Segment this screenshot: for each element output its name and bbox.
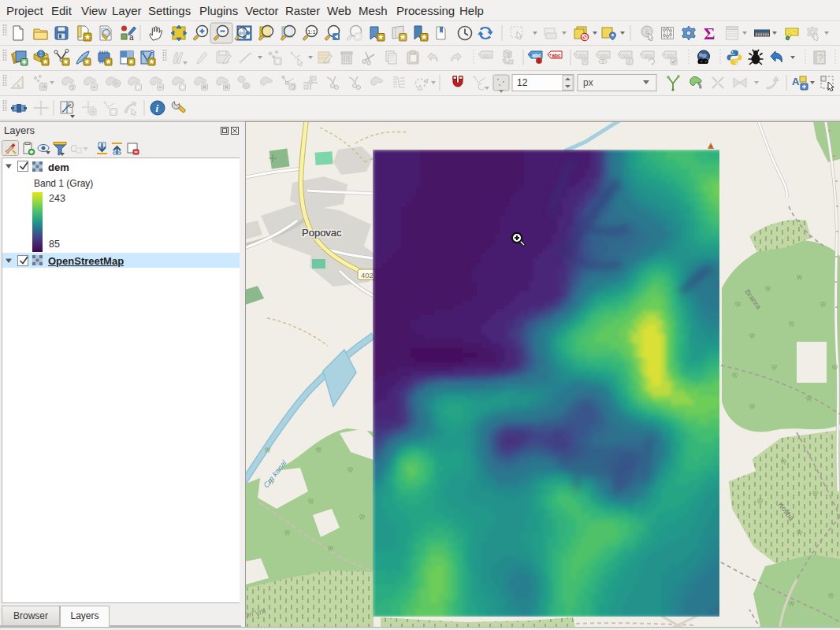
svg-text:abc: abc bbox=[667, 53, 676, 58]
svg-text:abc: abc bbox=[533, 53, 542, 58]
svg-text:A: A bbox=[792, 76, 800, 87]
svg-text:abc: abc bbox=[645, 53, 654, 58]
svg-text:abc: abc bbox=[483, 53, 492, 58]
svg-text:i: i bbox=[645, 27, 648, 36]
svg-text:402: 402 bbox=[361, 271, 374, 280]
svg-text:abc: abc bbox=[578, 53, 588, 58]
svg-text:abc: abc bbox=[552, 53, 562, 58]
svg-text:px: px bbox=[583, 77, 593, 88]
svg-text:Σ: Σ bbox=[704, 24, 715, 43]
svg-text:abc: abc bbox=[623, 53, 632, 58]
svg-text:a: a bbox=[129, 33, 134, 42]
svg-text:12: 12 bbox=[517, 77, 528, 88]
svg-text:1:1: 1:1 bbox=[307, 28, 315, 35]
svg-text:abc: abc bbox=[600, 53, 610, 58]
svg-text:?: ? bbox=[819, 53, 823, 62]
svg-text:Popovac: Popovac bbox=[302, 227, 342, 239]
svg-text:i: i bbox=[156, 102, 159, 114]
